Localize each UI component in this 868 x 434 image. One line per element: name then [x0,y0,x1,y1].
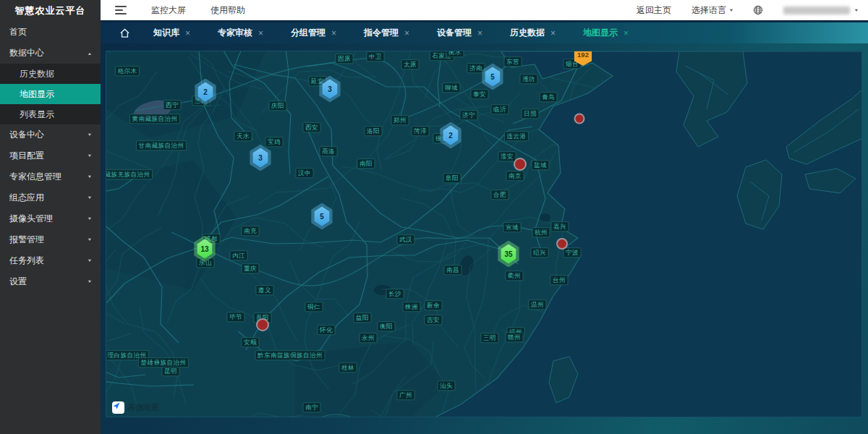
cluster-marker-blue[interactable]: 5 [480,64,505,90]
tab-map-display[interactable]: 地图显示× [573,22,639,45]
device-dot-marker[interactable] [256,318,269,331]
cluster-marker-green[interactable]: 35 [496,241,521,268]
sidebar-item-label: 设置 [9,276,27,288]
username-redacted [783,7,850,14]
tab-group-mgmt[interactable]: 分组管理× [281,22,346,45]
chevron-up-icon: ▴ [88,51,91,56]
tabbar: 知识库×专家审核×分组管理×指令管理×设备管理×历史数据×地图显示× [101,20,868,43]
sidebar-item-history-data[interactable]: 历史数据 [0,64,101,84]
chevron-down-icon: ▾ [88,132,91,137]
tab-close-icon[interactable]: × [550,28,556,38]
sidebar-item-camera-mgmt[interactable]: 摄像头管理▾ [0,208,101,229]
main-area: 监控大屏使用帮助 返回主页 选择语言 ▾ ▾ [101,0,868,434]
chevron-down-icon: ▾ [88,237,91,242]
device-dot-marker[interactable] [574,114,585,124]
language-select[interactable]: 选择语言 ▾ [692,4,733,17]
pin-count: 192 [577,51,589,59]
amap-logo-icon [112,401,124,414]
tab-close-icon[interactable]: × [258,28,263,38]
chevron-down-icon: ▾ [88,258,91,263]
tab-label: 专家审核 [218,27,252,39]
sidebar-item-label: 摄像头管理 [9,213,53,225]
content-area: 格尔木西宁兰州黄南藏族自治州甘南藏族自治州阿坝藏族羌族自治州中卫固原庆阳天水延安… [101,43,868,434]
sidebar-nav: 首页数据中心▴历史数据地图显示列表显示设备中心▾项目配置▾专家信息管理▾组态应用… [0,22,101,292]
language-label: 选择语言 [692,4,726,17]
sidebar-item-label: 专家信息管理 [9,171,61,183]
globe-icon[interactable] [753,5,763,15]
sidebar-item-data-center[interactable]: 数据中心▴ [0,43,101,64]
cluster-marker-green[interactable]: 13 [192,236,217,263]
sidebar-item-label: 历史数据 [20,68,54,80]
tab-command-mgmt[interactable]: 指令管理× [354,22,420,45]
app-window: 智慧农业云平台 首页数据中心▴历史数据地图显示列表显示设备中心▾项目配置▾专家信… [0,0,868,434]
sidebar-item-scada-app[interactable]: 组态应用▾ [0,187,101,208]
device-dot-marker[interactable] [514,158,527,171]
cluster-marker-blue[interactable]: 3 [318,76,342,103]
cluster-marker-blue[interactable]: 2 [438,122,463,149]
tab-close-icon[interactable]: × [624,28,629,38]
sidebar-item-label: 任务列表 [9,255,44,267]
topbar-menu: 监控大屏使用帮助 [127,4,245,17]
sidebar-item-label: 项目配置 [9,150,44,162]
chevron-down-icon: ▾ [855,7,858,12]
sidebar-item-map-display[interactable]: 地图显示 [0,84,101,104]
attribution-label: 高德地图 [127,402,159,413]
tab-label: 分组管理 [291,27,326,39]
sidebar-item-alarm-mgmt[interactable]: 报警管理▾ [0,229,101,250]
sidebar-item-label: 报警管理 [9,234,44,246]
sidebar-item-label: 地图显示 [20,88,54,101]
map-basemap [106,51,862,417]
sidebar-item-project-config[interactable]: 项目配置▾ [0,145,101,166]
device-dot-marker[interactable] [556,238,568,250]
topbar-right: 返回主页 选择语言 ▾ ▾ [637,4,868,17]
tabbar-tabs: 知识库×专家审核×分组管理×指令管理×设备管理×历史数据×地图显示× [143,22,639,45]
tab-expert-review[interactable]: 专家审核× [208,22,273,45]
tab-label: 历史数据 [510,27,545,39]
sidebar-item-task-list[interactable]: 任务列表▾ [0,250,101,271]
topbar: 监控大屏使用帮助 返回主页 选择语言 ▾ ▾ [101,0,868,20]
tab-label: 指令管理 [364,27,399,39]
tab-close-icon[interactable]: × [185,28,190,38]
chevron-down-icon: ▾ [88,216,91,221]
sidebar-item-device-center[interactable]: 设备中心▾ [0,124,101,145]
chevron-down-icon: ▾ [730,7,733,12]
sidebar-item-home[interactable]: 首页 [0,22,101,43]
user-menu[interactable]: ▾ [783,7,858,14]
tab-close-icon[interactable]: × [404,28,409,38]
sidebar-item-list-display[interactable]: 列表显示 [0,104,101,124]
sidebar-item-label: 列表显示 [20,109,54,121]
tab-history-data[interactable]: 历史数据× [500,22,566,45]
chevron-down-icon: ▾ [88,195,91,200]
sidebar-item-label: 数据中心 [9,47,44,59]
chevron-down-icon: ▾ [88,279,91,284]
map-canvas[interactable]: 格尔木西宁兰州黄南藏族自治州甘南藏族自治州阿坝藏族羌族自治州中卫固原庆阳天水延安… [106,51,862,417]
sidebar-item-settings[interactable]: 设置▾ [0,271,101,292]
map-attribution: 高德地图 [112,401,159,414]
tab-label: 地图显示 [583,27,618,39]
app-logo: 智慧农业云平台 [0,0,101,22]
sidebar-item-label: 组态应用 [9,192,44,204]
tab-knowledge-base[interactable]: 知识库× [143,22,200,45]
sidebar-item-label: 设备中心 [9,129,44,141]
sidebar-item-expert-info[interactable]: 专家信息管理▾ [0,166,101,187]
chevron-down-icon: ▾ [88,174,91,179]
cluster-marker-blue[interactable]: 5 [310,203,334,230]
sidebar: 智慧农业云平台 首页数据中心▴历史数据地图显示列表显示设备中心▾项目配置▾专家信… [0,0,101,434]
tab-label: 知识库 [153,27,179,39]
cluster-marker-blue[interactable]: 3 [248,145,273,171]
tab-close-icon[interactable]: × [331,28,336,38]
tab-device-mgmt[interactable]: 设备管理× [427,22,493,45]
tab-close-icon[interactable]: × [477,28,482,38]
back-home-link[interactable]: 返回主页 [637,4,671,17]
home-tab-icon[interactable] [119,27,130,38]
topbar-menu-monitor-screen[interactable]: 监控大屏 [151,4,186,17]
sidebar-item-label: 首页 [9,26,27,38]
chevron-down-icon: ▾ [88,153,91,158]
cluster-marker-blue[interactable]: 2 [193,79,218,106]
tab-label: 设备管理 [437,27,472,39]
sidebar-toggle-icon[interactable] [115,6,127,14]
topbar-menu-help[interactable]: 使用帮助 [210,4,245,17]
